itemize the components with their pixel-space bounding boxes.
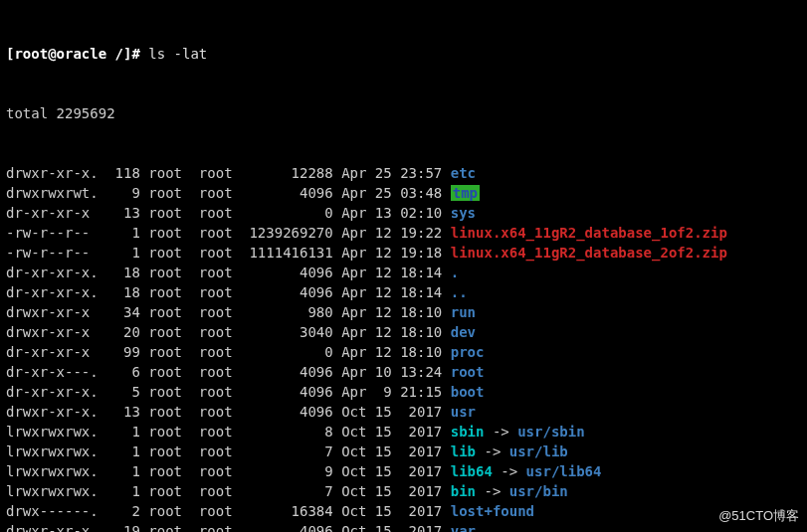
listing-row: dr-xr-x---. 6 root root 4096 Apr 10 13:2…	[6, 362, 801, 382]
listing-row: drwxr-xr-x. 118 root root 12288 Apr 25 2…	[6, 163, 801, 183]
row-meta: dr-xr-xr-x 99 root root 0 Apr 12 18:10	[6, 344, 451, 360]
listing-row: dr-xr-xr-x. 18 root root 4096 Apr 12 18:…	[6, 263, 801, 282]
listing-row: dr-xr-xr-x 99 root root 0 Apr 12 18:10 p…	[6, 342, 801, 362]
file-name: tmp	[451, 185, 480, 201]
row-meta: drwx------. 2 root root 16384 Oct 15 201…	[6, 503, 451, 519]
listing-row: dr-xr-xr-x 13 root root 0 Apr 13 02:10 s…	[6, 203, 801, 223]
file-name: linux.x64_11gR2_database_1of2.zip	[451, 225, 727, 241]
symlink-arrow: ->	[476, 443, 509, 459]
file-name: var	[451, 523, 476, 532]
symlink-target: usr/sbin	[517, 424, 584, 440]
listing-row: lrwxrwxrwx. 1 root root 9 Oct 15 2017 li…	[6, 461, 801, 481]
symlink-target: usr/lib64	[526, 463, 602, 479]
total-line: total 2295692	[6, 103, 801, 123]
listing-row: lrwxrwxrwx. 1 root root 7 Oct 15 2017 bi…	[6, 481, 801, 501]
file-name: usr	[451, 404, 476, 420]
symlink-target: usr/lib	[509, 443, 568, 459]
file-name: dev	[451, 324, 476, 340]
row-meta: drwxrwxrwt. 9 root root 4096 Apr 25 03:4…	[6, 185, 451, 201]
symlink-target: usr/bin	[509, 483, 568, 499]
listing-row: lrwxrwxrwx. 1 root root 8 Oct 15 2017 sb…	[6, 422, 801, 442]
symlink-arrow: ->	[476, 483, 509, 499]
file-name: lib	[451, 443, 476, 459]
file-name: etc	[451, 165, 476, 181]
row-meta: drwxr-xr-x 20 root root 3040 Apr 12 18:1…	[6, 324, 451, 340]
file-name: lost+found	[451, 503, 534, 519]
listing-row: drwx------. 2 root root 16384 Oct 15 201…	[6, 501, 801, 521]
file-name: proc	[451, 344, 485, 360]
file-name: boot	[451, 384, 485, 400]
listing-row: dr-xr-xr-x. 18 root root 4096 Apr 12 18:…	[6, 282, 801, 302]
file-listing: drwxr-xr-x. 118 root root 12288 Apr 25 2…	[6, 163, 801, 532]
row-meta: lrwxrwxrwx. 1 root root 8 Oct 15 2017	[6, 424, 451, 440]
file-name: sys	[451, 205, 476, 221]
listing-row: -rw-r--r-- 1 root root 1111416131 Apr 12…	[6, 243, 801, 263]
command-line: [root@oracle /]# ls -lat	[6, 44, 801, 64]
file-name: bin	[451, 483, 476, 499]
file-name: sbin	[451, 424, 485, 440]
listing-row: drwxr-xr-x. 19 root root 4096 Oct 15 201…	[6, 521, 801, 532]
shell-prompt: [root@oracle /]#	[6, 46, 148, 62]
listing-row: drwxr-xr-x 20 root root 3040 Apr 12 18:1…	[6, 322, 801, 342]
file-name: root	[451, 364, 485, 380]
row-meta: drwxr-xr-x 34 root root 980 Apr 12 18:10	[6, 304, 451, 320]
file-name: lib64	[451, 463, 493, 479]
file-name: .	[451, 265, 459, 280]
row-meta: dr-xr-xr-x. 5 root root 4096 Apr 9 21:15	[6, 384, 451, 400]
symlink-arrow: ->	[493, 463, 526, 479]
terminal[interactable]: [root@oracle /]# ls -lat total 2295692 d…	[0, 0, 807, 532]
listing-row: drwxr-xr-x 34 root root 980 Apr 12 18:10…	[6, 302, 801, 322]
row-meta: drwxr-xr-x. 13 root root 4096 Oct 15 201…	[6, 404, 451, 420]
row-meta: drwxr-xr-x. 118 root root 12288 Apr 25 2…	[6, 165, 451, 181]
row-meta: dr-xr-xr-x 13 root root 0 Apr 13 02:10	[6, 205, 451, 221]
row-meta: dr-xr-xr-x. 18 root root 4096 Apr 12 18:…	[6, 265, 451, 280]
row-meta: drwxr-xr-x. 19 root root 4096 Oct 15 201…	[6, 523, 451, 532]
listing-row: -rw-r--r-- 1 root root 1239269270 Apr 12…	[6, 223, 801, 243]
watermark: @51CTO博客	[718, 506, 799, 526]
row-meta: lrwxrwxrwx. 1 root root 7 Oct 15 2017	[6, 443, 451, 459]
row-meta: dr-xr-xr-x. 18 root root 4096 Apr 12 18:…	[6, 284, 451, 300]
typed-command: ls -lat	[148, 46, 207, 62]
row-meta: lrwxrwxrwx. 1 root root 7 Oct 15 2017	[6, 483, 451, 499]
file-name: linux.x64_11gR2_database_2of2.zip	[451, 245, 727, 261]
symlink-arrow: ->	[484, 424, 517, 440]
listing-row: drwxr-xr-x. 13 root root 4096 Oct 15 201…	[6, 402, 801, 422]
row-meta: -rw-r--r-- 1 root root 1239269270 Apr 12…	[6, 225, 451, 241]
listing-row: lrwxrwxrwx. 1 root root 7 Oct 15 2017 li…	[6, 442, 801, 461]
row-meta: lrwxrwxrwx. 1 root root 9 Oct 15 2017	[6, 463, 451, 479]
row-meta: -rw-r--r-- 1 root root 1111416131 Apr 12…	[6, 245, 451, 261]
file-name: run	[451, 304, 476, 320]
listing-row: dr-xr-xr-x. 5 root root 4096 Apr 9 21:15…	[6, 382, 801, 402]
file-name: ..	[451, 284, 468, 300]
row-meta: dr-xr-x---. 6 root root 4096 Apr 10 13:2…	[6, 364, 451, 380]
listing-row: drwxrwxrwt. 9 root root 4096 Apr 25 03:4…	[6, 183, 801, 203]
